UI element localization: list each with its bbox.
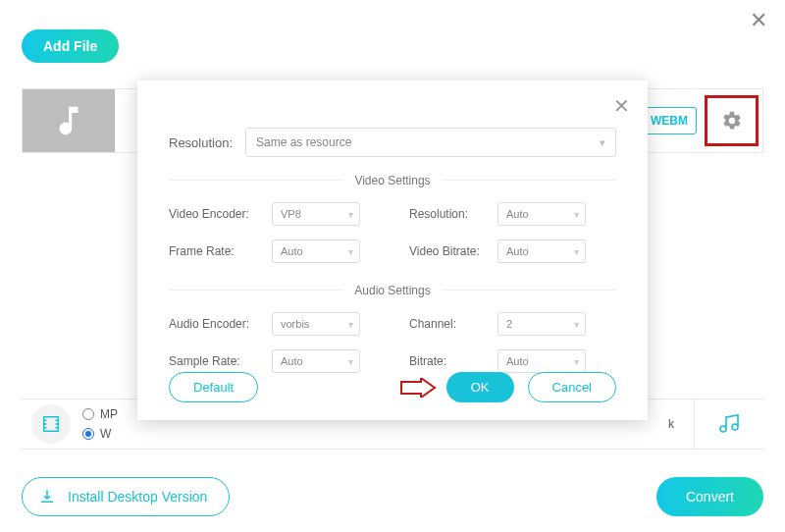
gear-icon[interactable] xyxy=(721,110,743,132)
audio-tab[interactable] xyxy=(695,412,763,436)
video-bitrate-label: Video Bitrate: xyxy=(409,244,497,258)
bitrate-select[interactable]: Auto xyxy=(497,349,586,373)
radio-icon xyxy=(82,408,94,420)
radio-option-mp[interactable]: MP xyxy=(82,407,118,421)
film-icon xyxy=(40,413,62,435)
format-badge[interactable]: WEBM xyxy=(642,107,697,134)
convert-button[interactable]: Convert xyxy=(656,477,763,516)
download-icon xyxy=(38,488,56,505)
select-value: Auto xyxy=(281,355,303,367)
resolution-select[interactable]: Same as resource xyxy=(245,128,616,157)
video-section-divider: Video Settings xyxy=(169,171,616,188)
truncated-text: k xyxy=(668,417,694,431)
radio-label: W xyxy=(100,427,111,441)
music-note-icon xyxy=(50,102,87,139)
video-encoder-select[interactable]: VP8 xyxy=(272,202,360,226)
select-value: vorbis xyxy=(281,318,309,330)
audio-section-title: Audio Settings xyxy=(342,284,442,297)
audio-section-divider: Audio Settings xyxy=(169,281,616,298)
modal-footer: Default OK Cancel xyxy=(169,372,616,402)
radio-label: MP xyxy=(100,407,118,421)
video-encoder-label: Video Encoder: xyxy=(169,207,272,221)
sample-rate-label: Sample Rate: xyxy=(169,354,272,368)
bitrate-label: Bitrate: xyxy=(409,354,497,368)
footer-row: Install Desktop Version Convert xyxy=(22,477,763,516)
channel-select[interactable]: 2 xyxy=(497,312,586,336)
ok-button[interactable]: OK xyxy=(446,372,514,402)
frame-rate-select[interactable]: Auto xyxy=(272,239,360,263)
install-desktop-button[interactable]: Install Desktop Version xyxy=(22,477,230,516)
video-settings-grid: Video Encoder: VP8 Resolution: Auto Fram… xyxy=(169,202,616,263)
resolution2-label: Resolution: xyxy=(409,207,497,221)
settings-highlight xyxy=(705,95,759,146)
select-value: Auto xyxy=(506,208,529,220)
video-tab-icon-wrap[interactable] xyxy=(31,404,71,444)
cancel-button[interactable]: Cancel xyxy=(528,372,616,402)
file-thumbnail xyxy=(23,89,115,152)
arrow-annotation xyxy=(399,378,437,398)
resolution-value: Same as resource xyxy=(256,135,351,149)
audio-encoder-label: Audio Encoder: xyxy=(169,317,272,331)
close-icon[interactable]: ✕ xyxy=(613,94,630,118)
resolution-label: Resolution: xyxy=(169,135,245,150)
resolution2-select[interactable]: Auto xyxy=(497,202,586,226)
frame-rate-label: Frame Rate: xyxy=(169,244,272,258)
video-section-title: Video Settings xyxy=(342,174,442,187)
radio-option-w[interactable]: W xyxy=(82,427,118,441)
select-value: Auto xyxy=(506,245,529,257)
default-button[interactable]: Default xyxy=(169,372,258,402)
audio-settings-grid: Audio Encoder: vorbis Channel: 2 Sample … xyxy=(169,312,616,373)
select-value: Auto xyxy=(281,245,303,257)
audio-encoder-select[interactable]: vorbis xyxy=(272,312,360,336)
radio-icon xyxy=(82,428,94,440)
format-radio-group: MP W xyxy=(82,407,118,441)
install-label: Install Desktop Version xyxy=(68,489,207,505)
select-value: Auto xyxy=(506,355,529,367)
select-value: VP8 xyxy=(281,208,301,220)
channel-label: Channel: xyxy=(409,317,497,331)
close-icon[interactable]: ✕ xyxy=(750,8,767,33)
select-value: 2 xyxy=(506,318,512,330)
music-icon xyxy=(717,412,741,436)
sample-rate-select[interactable]: Auto xyxy=(272,349,360,373)
add-file-button[interactable]: Add File xyxy=(22,29,119,63)
video-bitrate-select[interactable]: Auto xyxy=(497,239,586,263)
settings-modal: ✕ Resolution: Same as resource Video Set… xyxy=(137,80,648,420)
